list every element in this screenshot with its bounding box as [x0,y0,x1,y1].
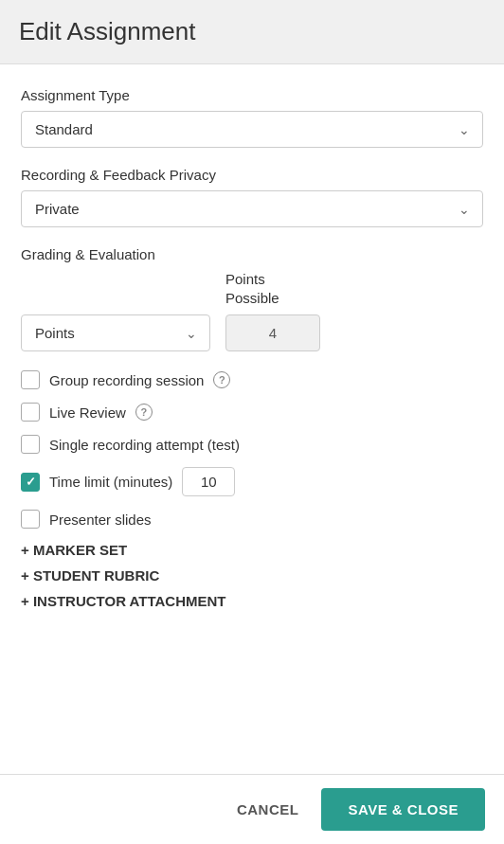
action-links: + MARKER SET + STUDENT RUBRIC + INSTRUCT… [21,542,483,609]
assignment-type-select-wrapper: Standard Practice Test ⌄ [21,111,483,148]
single-recording-group: Single recording attempt (test) [21,435,483,454]
instructor-attachment-link[interactable]: + INSTRUCTOR ATTACHMENT [21,593,483,609]
grading-eval-inner: Points Pass/Fail None ⌄ Points Possible [21,270,483,351]
group-recording-group: Group recording session ? [21,370,483,389]
single-recording-checkbox[interactable] [21,435,40,454]
recording-feedback-select-wrapper: Private Public ⌄ [21,190,483,227]
recording-feedback-select[interactable]: Private Public [21,190,483,227]
time-limit-checkbox[interactable] [21,473,40,492]
group-recording-help-icon[interactable]: ? [213,371,230,388]
time-limit-group: Time limit (minutes) [21,467,483,496]
assignment-type-group: Assignment Type Standard Practice Test ⌄ [21,87,483,148]
save-close-button[interactable]: SAVE & CLOSE [321,788,485,831]
header: Edit Assignment [0,0,504,64]
single-recording-label: Single recording attempt (test) [49,437,240,453]
points-possible-group: Points Possible [225,270,320,351]
recording-feedback-label: Recording & Feedback Privacy [21,167,483,183]
marker-set-link[interactable]: + MARKER SET [21,542,483,558]
group-recording-checkbox[interactable] [21,370,40,389]
grading-evaluation-group: Grading & Evaluation Points Pass/Fail No… [21,246,483,351]
recording-feedback-group: Recording & Feedback Privacy Private Pub… [21,167,483,227]
points-possible-input[interactable] [225,314,320,351]
page-title: Edit Assignment [19,17,485,46]
main-content: Assignment Type Standard Practice Test ⌄… [0,64,504,774]
student-rubric-link[interactable]: + STUDENT RUBRIC [21,567,483,584]
grading-evaluation-select[interactable]: Points Pass/Fail None [21,314,210,351]
live-review-label: Live Review [49,404,126,421]
assignment-type-label: Assignment Type [21,87,483,103]
presenter-slides-group: Presenter slides [21,510,483,529]
time-limit-row: Time limit (minutes) [49,467,235,496]
live-review-help-icon[interactable]: ? [135,404,153,421]
live-review-group: Live Review ? [21,403,483,422]
time-limit-input[interactable] [182,467,235,496]
points-possible-label: Points Possible [225,270,279,307]
grading-evaluation-label: Grading & Evaluation [21,246,483,262]
grading-select-wrapper: Points Pass/Fail None ⌄ [21,314,210,351]
cancel-button[interactable]: CANCEL [214,788,322,831]
time-limit-label: Time limit (minutes) [49,474,172,490]
footer: CANCEL SAVE & CLOSE [0,774,504,844]
live-review-checkbox[interactable] [21,403,40,422]
presenter-slides-label: Presenter slides [49,512,152,528]
group-recording-label: Group recording session [49,372,204,388]
assignment-type-select[interactable]: Standard Practice Test [21,111,483,148]
presenter-slides-checkbox[interactable] [21,510,40,529]
